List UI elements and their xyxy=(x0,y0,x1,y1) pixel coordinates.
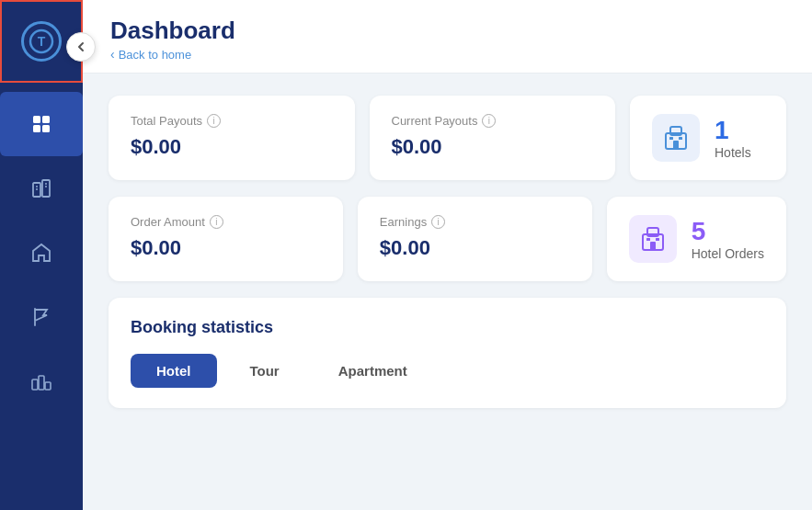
svg-rect-18 xyxy=(669,137,673,140)
order-amount-value: $0.00 xyxy=(131,236,321,260)
svg-rect-22 xyxy=(650,242,656,250)
sidebar-nav xyxy=(0,83,83,414)
svg-rect-2 xyxy=(33,116,40,123)
order-amount-info-icon[interactable]: i xyxy=(210,215,223,229)
svg-rect-7 xyxy=(42,180,50,197)
order-amount-card: Order Amount i $0.00 xyxy=(109,197,343,281)
hotel-orders-count-info: 5 Hotel Orders xyxy=(692,217,764,261)
hotel-orders-count-label: Hotel Orders xyxy=(692,246,764,261)
earnings-label: Earnings i xyxy=(380,215,570,229)
tab-hotel[interactable]: Hotel xyxy=(131,354,217,388)
sidebar-collapse-button[interactable] xyxy=(66,32,96,62)
svg-rect-14 xyxy=(45,382,51,390)
total-payouts-card: Total Payouts i $0.00 xyxy=(109,96,355,180)
tab-apartment[interactable]: Apartment xyxy=(313,354,433,388)
sidebar: T xyxy=(0,0,83,510)
earnings-info-icon[interactable]: i xyxy=(431,215,445,229)
earnings-value: $0.00 xyxy=(380,236,570,260)
tab-tour[interactable]: Tour xyxy=(224,354,305,388)
total-payouts-value: $0.00 xyxy=(131,135,333,159)
earnings-card: Earnings i $0.00 xyxy=(358,197,592,281)
hotels-count-card: 1 Hotels xyxy=(630,96,786,180)
svg-rect-5 xyxy=(42,125,50,132)
order-amount-label: Order Amount i xyxy=(131,215,321,229)
svg-rect-19 xyxy=(679,137,682,140)
svg-rect-3 xyxy=(42,116,50,123)
hotel-orders-count-number: 5 xyxy=(692,217,764,246)
booking-tabs: Hotel Tour Apartment xyxy=(131,354,764,388)
sidebar-item-flag[interactable] xyxy=(0,285,83,349)
sidebar-item-home[interactable] xyxy=(0,221,83,285)
current-payouts-label: Current Payouts i xyxy=(392,114,594,128)
current-payouts-info-icon[interactable]: i xyxy=(482,114,496,128)
stats-row-1: Total Payouts i $0.00 Current Payouts i … xyxy=(109,96,786,180)
header: Dashboard ‹ Back to home xyxy=(83,0,812,74)
hotels-count-info: 1 Hotels xyxy=(715,116,751,160)
stats-row-2: Order Amount i $0.00 Earnings i $0.00 xyxy=(109,197,786,281)
svg-rect-12 xyxy=(32,380,38,390)
hotel-orders-icon-wrap xyxy=(629,215,677,263)
total-payouts-label: Total Payouts i xyxy=(131,114,333,128)
content-area: Total Payouts i $0.00 Current Payouts i … xyxy=(83,74,812,510)
booking-statistics-title: Booking statistics xyxy=(131,318,764,337)
hotels-count-number: 1 xyxy=(715,116,751,145)
sidebar-item-dashboard[interactable] xyxy=(0,92,83,156)
hotels-count-label: Hotels xyxy=(715,145,751,160)
hotel-orders-count-card: 5 Hotel Orders xyxy=(607,197,786,281)
main-content: Dashboard ‹ Back to home Total Payouts i… xyxy=(83,0,812,510)
total-payouts-info-icon[interactable]: i xyxy=(207,114,221,128)
hotels-icon-wrap xyxy=(652,114,700,162)
svg-rect-17 xyxy=(673,141,679,149)
sidebar-item-city[interactable] xyxy=(0,349,83,414)
current-payouts-card: Current Payouts i $0.00 xyxy=(370,96,616,180)
sidebar-item-buildings[interactable] xyxy=(0,156,83,221)
page-title: Dashboard xyxy=(110,17,784,45)
booking-statistics-section: Booking statistics Hotel Tour Apartment xyxy=(109,298,786,408)
back-to-home-link[interactable]: ‹ Back to home xyxy=(110,47,784,62)
svg-rect-13 xyxy=(39,376,44,390)
logo-icon: T xyxy=(21,21,62,62)
svg-rect-24 xyxy=(656,238,659,241)
svg-rect-4 xyxy=(33,125,40,132)
back-arrow-icon: ‹ xyxy=(110,47,115,62)
current-payouts-value: $0.00 xyxy=(392,135,594,159)
svg-text:T: T xyxy=(38,34,46,49)
svg-rect-23 xyxy=(646,238,650,241)
